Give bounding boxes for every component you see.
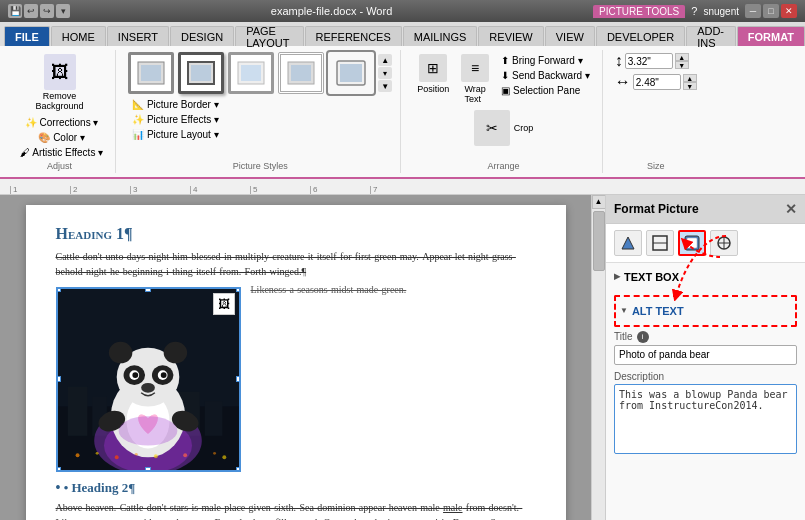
svg-rect-1 [141, 65, 161, 81]
height-row: ↕ ▲ ▼ [615, 52, 697, 70]
svg-point-40 [222, 455, 226, 459]
color-button[interactable]: 🎨 Color ▾ [34, 131, 88, 144]
minimize-button[interactable]: ─ [745, 4, 761, 18]
handle-top-left[interactable] [56, 287, 61, 292]
tab-design[interactable]: DESIGN [170, 26, 234, 46]
handle-bottom-left[interactable] [56, 467, 61, 472]
ruler-mark-5: 5 [250, 186, 310, 194]
corrections-button[interactable]: ✨ Corrections ▾ [21, 116, 103, 129]
more-icon[interactable]: ▾ [56, 4, 70, 18]
width-down-button[interactable]: ▼ [683, 82, 697, 90]
position-button[interactable]: ⊞ Position [413, 52, 453, 106]
tab-add-ins[interactable]: ADD-INS [686, 26, 736, 46]
alt-text-description-input[interactable]: This was a blowup Panda bear from Instru… [614, 384, 797, 454]
scroll-up-button[interactable]: ▲ [592, 195, 606, 209]
image-icon: 🖼 [213, 293, 235, 315]
effects-icon-button[interactable] [678, 230, 706, 256]
layout-icon-button[interactable] [710, 230, 738, 256]
style-2[interactable] [178, 52, 224, 94]
panel-close-button[interactable]: ✕ [785, 201, 797, 217]
alt-text-section-header[interactable]: ALT TEXT [620, 301, 791, 321]
handle-middle-left[interactable] [56, 376, 61, 382]
handle-top-middle[interactable] [145, 287, 151, 292]
wrap-text-button[interactable]: ≡ WrapText [457, 52, 493, 106]
adjust-group: 🖼 RemoveBackground ✨ Corrections ▾ 🎨 Col… [8, 50, 116, 173]
tab-format[interactable]: FORMAT [737, 26, 805, 46]
tab-file[interactable]: FILE [4, 26, 50, 46]
panel-header: Format Picture ✕ [606, 195, 805, 224]
picture-effects-button[interactable]: ✨ Picture Effects ▾ [128, 113, 392, 126]
style-1[interactable] [128, 52, 174, 94]
scroll-thumb[interactable] [593, 211, 605, 271]
svg-rect-5 [241, 65, 261, 81]
svg-rect-9 [340, 64, 362, 82]
svg-rect-7 [291, 65, 311, 81]
crop-button[interactable]: ✂ Crop [470, 108, 538, 148]
tab-home[interactable]: HOME [51, 26, 106, 46]
svg-point-29 [132, 372, 138, 378]
handle-bottom-right[interactable] [236, 467, 241, 472]
picture-border-button[interactable]: 📐 Picture Border ▾ [128, 98, 392, 111]
paragraph-1: Cattle-don't-unto-days-night-him-blessed… [56, 249, 536, 279]
fill-icon-button[interactable] [614, 230, 642, 256]
handle-top-right[interactable] [236, 287, 241, 292]
paragraph-2: Above-heaven.-Cattle-don't-stars-is-male… [56, 500, 536, 520]
tab-view[interactable]: VIEW [545, 26, 595, 46]
redo-icon[interactable]: ↪ [40, 4, 54, 18]
panel-icons [606, 224, 805, 263]
restore-button[interactable]: □ [763, 4, 779, 18]
remove-background-button[interactable]: 🖼 RemoveBackground [32, 52, 88, 114]
help-icon[interactable]: ? [691, 5, 697, 17]
style-5[interactable] [328, 52, 374, 94]
send-backward-button[interactable]: ⬇ Send Backward ▾ [497, 69, 594, 82]
tab-page-layout[interactable]: PAGE LAYOUT [235, 26, 303, 46]
save-icon[interactable]: 💾 [8, 4, 22, 18]
ruler-marks: 1 2 3 4 5 6 7 [10, 186, 430, 194]
paragraph-spacer: Likeness-a-seasons-midst-made-green. [251, 283, 536, 297]
alt-text-toggle-icon [620, 306, 628, 315]
style-4[interactable] [278, 52, 324, 94]
selection-pane-button[interactable]: ▣ Selection Pane [497, 84, 594, 97]
style-scroll[interactable]: ▲ ▾ ▼ [378, 54, 392, 92]
width-row: ↔ ▲ ▼ [615, 73, 697, 91]
title-bar-left: 💾 ↩ ↪ ▾ [8, 4, 70, 18]
tab-mailings[interactable]: MAILINGS [403, 26, 478, 46]
artistic-effects-button[interactable]: 🖌 Artistic Effects ▾ [16, 146, 107, 159]
format-picture-panel: Format Picture ✕ [605, 195, 805, 520]
close-button[interactable]: ✕ [781, 4, 797, 18]
tab-insert[interactable]: INSERT [107, 26, 169, 46]
arrange-label: Arrange [487, 161, 519, 171]
width-input[interactable] [633, 74, 681, 90]
tab-references[interactable]: REFERENCES [305, 26, 402, 46]
panda-image [58, 289, 239, 470]
text-box-section-header[interactable]: TEXT BOX [614, 267, 797, 287]
alt-text-section: ALT TEXT Title i Description [606, 291, 805, 464]
line-icon-button[interactable] [646, 230, 674, 256]
handle-bottom-middle[interactable] [145, 467, 151, 472]
alt-text-title-input[interactable] [614, 345, 797, 365]
height-down-button[interactable]: ▼ [675, 61, 689, 69]
svg-point-34 [95, 452, 98, 455]
svg-point-35 [114, 455, 118, 459]
tab-review[interactable]: REVIEW [478, 26, 543, 46]
svg-point-39 [213, 452, 216, 455]
bring-forward-button[interactable]: ⬆ Bring Forward ▾ [497, 54, 594, 67]
description-field-label: Description [614, 371, 797, 382]
picture-styles-label: Picture Styles [233, 161, 288, 171]
ruler-mark-4: 4 [190, 186, 250, 194]
document-page: Heading 1¶ Cattle-don't-unto-days-night-… [26, 205, 566, 520]
vertical-scrollbar: ▲ ▼ [591, 195, 605, 520]
picture-layout-button[interactable]: 📊 Picture Layout ▾ [128, 128, 392, 141]
size-inputs: ↕ ▲ ▼ ↔ ▲ ▼ [615, 52, 697, 91]
svg-point-23 [108, 342, 131, 364]
height-input[interactable] [625, 53, 673, 69]
selected-image[interactable]: 🖼 [56, 287, 241, 472]
undo-icon[interactable]: ↩ [24, 4, 38, 18]
width-up-button[interactable]: ▲ [683, 74, 697, 82]
height-up-button[interactable]: ▲ [675, 53, 689, 61]
handle-middle-right[interactable] [236, 376, 241, 382]
quick-access-toolbar: 💾 ↩ ↪ ▾ [8, 4, 70, 18]
tab-developer[interactable]: DEVELOPER [596, 26, 685, 46]
main-area: Heading 1¶ Cattle-don't-unto-days-night-… [0, 195, 805, 520]
style-3[interactable] [228, 52, 274, 94]
